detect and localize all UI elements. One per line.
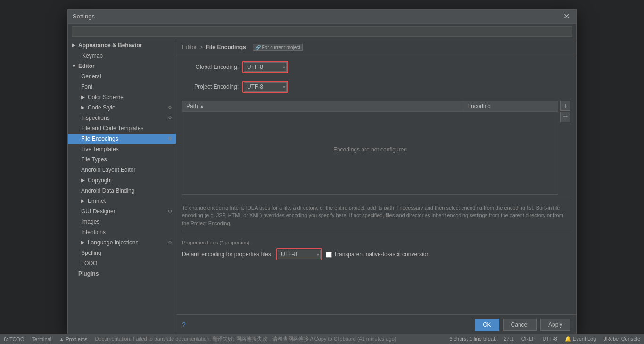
settings-dialog: Settings ✕ ▶ Appearance & Behavior Ke (67, 9, 577, 335)
global-encoding-label: Global Encoding: (182, 64, 239, 70)
properties-section-label: Properties Files (*.properties) (182, 240, 570, 245)
settings-icon: ⚙ (168, 136, 172, 141)
sidebar-item-intentions[interactable]: Intentions (68, 227, 176, 237)
statusbar-todo[interactable]: 6: TODO (4, 336, 25, 342)
sidebar-item-label: Font (81, 84, 92, 90)
help-button[interactable]: ? (182, 321, 186, 328)
settings-content: Editor > File Encodings 🔗 For current pr… (176, 40, 576, 335)
sidebar-item-label: GUI Designer (81, 208, 116, 215)
table-header: Path ▲ Encoding (182, 101, 558, 112)
project-encoding-select-wrapper: UTF-8 UTF-16 ISO-8859-1 GBK (242, 81, 288, 93)
sidebar-item-inspections[interactable]: Inspections ⚙ (68, 113, 176, 123)
sidebar-item-android-layout-editor[interactable]: Android Layout Editor (68, 165, 176, 175)
sidebar-item-file-encodings[interactable]: File Encodings ⚙ (68, 134, 176, 144)
expand-icon: ▶ (72, 42, 76, 48)
ok-button[interactable]: OK (475, 319, 499, 331)
sidebar-item-label: File Types (81, 156, 107, 163)
sidebar-item-label: Emmet (88, 198, 106, 204)
expand-icon: ▶ (81, 198, 86, 203)
edit-row-button[interactable]: ✏ (560, 112, 570, 122)
sidebar-item-label: Live Templates (81, 146, 119, 152)
ide-background: Settings ✕ ▶ Appearance & Behavior Ke (0, 0, 644, 344)
statusbar-jrebel[interactable]: JRebel Console (603, 336, 640, 342)
sidebar-item-spelling[interactable]: Spelling (68, 248, 176, 258)
footer-buttons: OK Cancel Apply (475, 319, 570, 331)
transparent-checkbox[interactable] (326, 252, 332, 258)
expand-icon: ▼ (72, 63, 76, 68)
sidebar-item-emmet[interactable]: ▶ Emmet (68, 196, 176, 206)
breadcrumb-prefix: Editor (182, 44, 197, 50)
statusbar-right: 6 chars, 1 line break 27:1 CRLF UTF-8 🔔 … (449, 336, 640, 342)
sidebar-item-font[interactable]: Font (68, 82, 176, 92)
sidebar-item-keymap[interactable]: Keymap (68, 50, 176, 61)
sidebar-item-file-code-templates[interactable]: File and Code Templates (68, 123, 176, 134)
statusbar-problems[interactable]: ▲ Problems (59, 336, 87, 342)
global-encoding-row: Global Encoding: UTF-8 UTF-16 ISO-8859-1… (182, 61, 570, 73)
sidebar-item-label: Copyright (88, 177, 112, 184)
properties-select-wrapper: UTF-8 UTF-16 ISO-8859-1 GBK (276, 248, 322, 260)
sidebar-item-images[interactable]: Images (68, 217, 176, 227)
sidebar-item-label: Android Layout Editor (81, 167, 135, 173)
table-action-buttons: + ✏ (560, 101, 570, 195)
sidebar-item-todo[interactable]: TODO (68, 258, 176, 268)
table-container: Path ▲ Encoding Encodings are not config… (182, 101, 570, 195)
sidebar-item-label: Code Style (88, 104, 116, 111)
properties-encoding-label: Default encoding for properties files: (182, 251, 272, 258)
sidebar-item-label: Intentions (81, 229, 106, 235)
sidebar-item-gui-designer[interactable]: GUI Designer ⚙ (68, 206, 176, 217)
sidebar-item-label: Spelling (81, 250, 101, 256)
cancel-button[interactable]: Cancel (503, 319, 537, 331)
properties-row: Default encoding for properties files: U… (182, 248, 570, 260)
statusbar-position: 27:1 (504, 336, 513, 342)
settings-icon: ⚙ (168, 240, 172, 245)
add-row-button[interactable]: + (560, 101, 570, 111)
expand-icon: ▶ (81, 177, 86, 183)
properties-encoding-select[interactable]: UTF-8 UTF-16 ISO-8859-1 GBK (278, 250, 321, 259)
sidebar-item-label: Editor (78, 63, 95, 69)
global-encoding-select-wrapper: UTF-8 UTF-16 ISO-8859-1 GBK (242, 61, 288, 73)
sidebar-item-label: Language Injections (88, 239, 138, 246)
sidebar-item-appearance[interactable]: ▶ Appearance & Behavior (68, 40, 176, 50)
sidebar-item-label: General (81, 73, 101, 80)
statusbar-terminal[interactable]: Terminal (32, 336, 52, 342)
sidebar-item-label: TODO (81, 260, 97, 267)
transparent-label-text: Transparent native-to-ascii conversion (334, 251, 429, 258)
statusbar-encoding: UTF-8 (543, 336, 557, 342)
breadcrumb-current: File Encodings (206, 44, 246, 50)
apply-button[interactable]: Apply (540, 319, 570, 331)
sidebar-item-android-data-binding[interactable]: Android Data Binding (68, 185, 176, 196)
sidebar-item-file-types[interactable]: File Types (68, 154, 176, 165)
dialog-title: Settings (73, 13, 95, 20)
breadcrumb-separator: > (199, 44, 203, 50)
dialog-titlebar: Settings ✕ (68, 10, 576, 24)
global-encoding-select[interactable]: UTF-8 UTF-16 ISO-8859-1 GBK (244, 62, 287, 72)
sidebar-item-editor[interactable]: ▼ Editor (68, 61, 176, 71)
expand-icon: ▶ (81, 94, 86, 100)
project-encoding-label: Project Encoding: (182, 84, 239, 90)
expand-icon: ▶ (81, 105, 86, 110)
sidebar-item-language-injections[interactable]: ▶ Language Injections ⚙ (68, 237, 176, 248)
sidebar-item-plugins[interactable]: Plugins (68, 268, 176, 279)
table-empty-text: Encodings are not configured (333, 146, 407, 153)
transparent-checkbox-label[interactable]: Transparent native-to-ascii conversion (326, 251, 429, 258)
project-badge: 🔗 For current project (253, 44, 303, 51)
sidebar-item-code-style[interactable]: ▶ Code Style ⚙ (68, 102, 176, 113)
sidebar-item-general[interactable]: General (68, 71, 176, 82)
sidebar-item-label: Keymap (82, 52, 103, 59)
search-input[interactable] (72, 26, 572, 37)
content-body: Global Encoding: UTF-8 UTF-16 ISO-8859-1… (176, 55, 576, 314)
statusbar: 6: TODO Terminal ▲ Problems Documentatio… (0, 334, 644, 344)
sidebar-item-copyright[interactable]: ▶ Copyright (68, 175, 176, 185)
encoding-table: Path ▲ Encoding Encodings are not config… (182, 101, 558, 195)
sidebar-item-label: Android Data Binding (81, 187, 134, 194)
sidebar-item-live-templates[interactable]: Live Templates (68, 144, 176, 154)
project-encoding-select[interactable]: UTF-8 UTF-16 ISO-8859-1 GBK (244, 82, 287, 92)
statusbar-event-log[interactable]: 🔔 Event Log (565, 336, 596, 342)
dialog-close-button[interactable]: ✕ (561, 13, 571, 20)
table-body: Encodings are not configured (182, 112, 558, 187)
sidebar-item-color-scheme[interactable]: ▶ Color Scheme (68, 92, 176, 102)
settings-sidebar: ▶ Appearance & Behavior Keymap ▼ Editor … (68, 40, 176, 335)
settings-icon: ⚙ (168, 105, 172, 110)
info-text: To change encoding IntelliJ IDEA uses fo… (182, 200, 570, 232)
expand-icon: ▶ (81, 240, 86, 245)
